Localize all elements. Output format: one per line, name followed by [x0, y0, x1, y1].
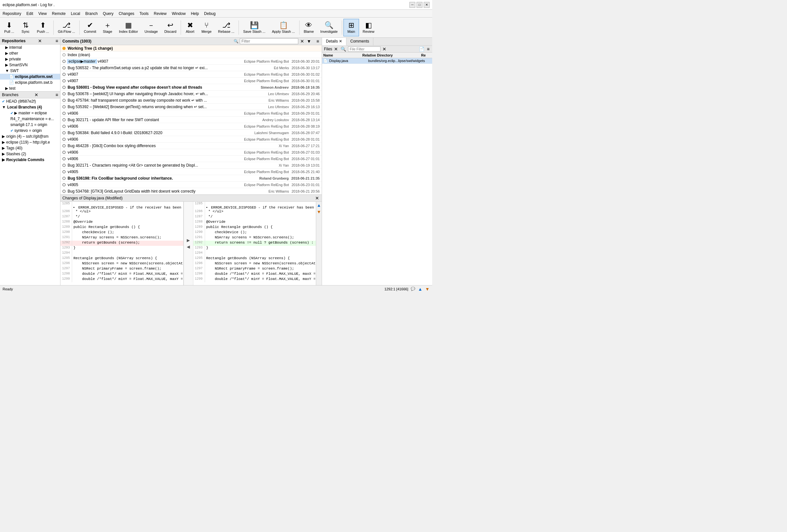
menu-repository[interactable]: Repository: [0, 10, 24, 17]
menu-window[interactable]: Window: [169, 10, 189, 17]
commit-row-16[interactable]: Bug 302171 - Characters requiring <Alt G…: [60, 162, 322, 169]
commit-row-7[interactable]: Bug 535392 – [Webkit2] Browser.getText()…: [60, 104, 322, 110]
eclipse-section[interactable]: ▶ eclipse (119) – http://git.e: [0, 139, 60, 145]
files-close-icon[interactable]: ✕: [333, 46, 339, 52]
repo-smartsvn[interactable]: ▶ SmartSVN: [0, 62, 60, 68]
sync-button[interactable]: ⇅ Sync: [18, 19, 34, 36]
stashes-section[interactable]: ▶ Stashes (2): [0, 151, 60, 157]
menu-debug[interactable]: Debug: [201, 10, 218, 17]
changes-close-icon[interactable]: ✕: [315, 196, 320, 201]
files-search-icon[interactable]: 🔍: [340, 46, 347, 52]
branch-head[interactable]: ✔ HEAD (8f687e2f): [0, 98, 60, 104]
repo-swt[interactable]: ▼ SWT: [0, 68, 60, 74]
repos-close-icon[interactable]: ✕: [38, 38, 42, 44]
close-button[interactable]: ✕: [424, 2, 430, 8]
main-button[interactable]: ⊞ Main: [343, 19, 359, 36]
menu-tools[interactable]: Tools: [137, 10, 151, 17]
unstage-button[interactable]: － Unstage: [142, 19, 161, 36]
branch-r4[interactable]: R4_7_maintenance = e...: [0, 116, 60, 122]
commit-row-2[interactable]: v4907 Eclipse Platform RelEng Bot 2018-0…: [60, 71, 322, 77]
commit-row-index[interactable]: Index (clean): [60, 52, 322, 58]
filter-input[interactable]: [240, 38, 298, 44]
commit-row-20[interactable]: Bug 534768: [GTK3] GridLayout GridData w…: [60, 188, 322, 195]
commit-row-14[interactable]: v4906 Eclipse Platform RelEng Bot 2018-0…: [60, 149, 322, 156]
commit-row-0[interactable]: eclipse▶master v4907 Eclipse Platform Re…: [60, 58, 322, 65]
tags-section[interactable]: ▶ Tags (40): [0, 145, 60, 151]
commit-row-13[interactable]: Bug 464228 - [Gtk3] Combo box styling di…: [60, 142, 322, 149]
origin-section[interactable]: ▶ origin (4) – ssh://git@sm: [0, 133, 60, 139]
repo-other[interactable]: ▶ other: [0, 50, 60, 56]
review-button[interactable]: ◧ Review: [360, 19, 377, 36]
minimize-button[interactable]: ─: [409, 2, 415, 8]
files-menu-icon[interactable]: ≡: [426, 46, 430, 52]
abort-button[interactable]: ✖ Abort: [182, 19, 198, 36]
commit-row-1[interactable]: Bug 536532 - The platformSwt.setup uses …: [60, 65, 322, 71]
repos-menu-icon[interactable]: ≡: [56, 38, 58, 44]
tab-comments[interactable]: Comments: [346, 38, 374, 45]
branch-syntevo[interactable]: ✔ syntevo = origin: [0, 128, 60, 133]
repo-test[interactable]: ▶ test: [0, 85, 60, 91]
filter-clear-icon[interactable]: ✕: [300, 39, 305, 44]
commit-row-17[interactable]: v4905 Eclipse Platform RelEng Bot 2018-0…: [60, 169, 322, 175]
menu-local[interactable]: Local: [68, 10, 83, 17]
commits-list[interactable]: Working Tree (1 change) Index (clean) ec…: [60, 45, 322, 195]
menu-remote[interactable]: Remote: [49, 10, 68, 17]
menu-branch[interactable]: Branch: [83, 10, 100, 17]
file-filter-input[interactable]: [348, 46, 381, 52]
filter-options-icon[interactable]: ▼: [306, 39, 312, 44]
files-filter-clear-icon[interactable]: ✕: [382, 46, 387, 52]
commit-row-6[interactable]: Bug 475784: half transparent composite a…: [60, 97, 322, 104]
repo-eclipse-platform-swt[interactable]: 📄 eclipse.platform.swt: [0, 74, 60, 80]
scroll-down-icon[interactable]: ▼: [317, 209, 320, 215]
gitflow-button[interactable]: ⎇ Git-Flow ...: [55, 19, 78, 36]
index-editor-button[interactable]: ▦ Index Editor: [116, 19, 141, 36]
repo-internal[interactable]: ▶ internal: [0, 44, 60, 50]
commit-row-11[interactable]: Bug 536384: Build failed 4.9.0 I-Build: …: [60, 130, 322, 136]
branch-master[interactable]: ✔ ▶ master = eclipse: [0, 110, 60, 116]
commit-row-15[interactable]: v4906 Eclipse Platform RelEng Bot 2018-0…: [60, 156, 322, 162]
commit-row-4[interactable]: Bug 536001 - Debug View expand after col…: [60, 84, 322, 91]
menu-review[interactable]: Review: [151, 10, 169, 17]
commits-menu-icon[interactable]: ≡: [316, 39, 320, 44]
menu-help[interactable]: Help: [188, 10, 201, 17]
commit-row-8[interactable]: v4906 Eclipse Platform RelEng Bot 2018-0…: [60, 110, 322, 117]
maximize-button[interactable]: □: [417, 2, 422, 8]
diff-arrow-left[interactable]: ◀: [187, 244, 190, 250]
save-stash-button[interactable]: 💾 Save Stash ...: [240, 19, 268, 36]
menu-edit[interactable]: Edit: [24, 10, 36, 17]
commit-row-12[interactable]: v4906 Eclipse Platform RelEng Bot 2018-0…: [60, 136, 322, 142]
rebase-button[interactable]: ⎇ Rebase ...: [215, 19, 237, 36]
commit-button[interactable]: ✔ Commit: [81, 19, 99, 36]
menu-query[interactable]: Query: [100, 10, 116, 17]
status-up-arrow[interactable]: ▲: [418, 286, 422, 292]
diff-left[interactable]: 1285 ERROR_DEVICE_DISPOSED - if the rece…: [60, 202, 184, 285]
scroll-up-icon[interactable]: ▲: [317, 203, 320, 208]
pull-button[interactable]: ⬇ Pull ...: [1, 19, 17, 36]
files-add-icon[interactable]: 📄: [418, 46, 425, 52]
menu-changes[interactable]: Changes: [116, 10, 137, 17]
push-button[interactable]: ⬆ Push ...: [34, 19, 52, 36]
local-branches-section[interactable]: ▼ Local Branches (4): [0, 104, 60, 110]
commit-row-10[interactable]: v4906 Eclipse Platform RelEng Bot 2018-0…: [60, 123, 322, 130]
discard-button[interactable]: ↩ Discard: [162, 19, 179, 36]
branch-smartgit[interactable]: smartgit-17.1 = origin: [0, 122, 60, 128]
branches-menu-icon[interactable]: ≡: [56, 92, 58, 97]
apply-stash-button[interactable]: 📋 Apply Stash ...: [269, 19, 298, 36]
merge-button[interactable]: ⑂ Merge: [198, 19, 214, 36]
status-down-arrow[interactable]: ▼: [425, 286, 430, 292]
file-row-display-java[interactable]: 📄 Display.java bundles/org.eclip...lipse…: [322, 58, 432, 64]
stage-button[interactable]: ＋ Stage: [100, 19, 115, 36]
commit-row-working-tree[interactable]: Working Tree (1 change): [60, 45, 322, 52]
blame-button[interactable]: 👁 Blame: [301, 19, 317, 36]
investigate-button[interactable]: 🔍 Investigate: [317, 19, 341, 36]
commit-row-3[interactable]: v4907 Eclipse Platform RelEng Bot 2018-0…: [60, 77, 322, 84]
branches-close-icon[interactable]: ✕: [35, 92, 38, 97]
repo-eclipse-platform-swt-b[interactable]: 📄 eclipse.platform.swt.b: [0, 80, 60, 85]
commit-row-18[interactable]: Bug 536198: Fix CoolBar background colou…: [60, 175, 322, 181]
commit-row-19[interactable]: v4905 Eclipse Platform RelEng Bot 2018-0…: [60, 181, 322, 188]
commit-row-9[interactable]: Bug 302171 - update API filter for new S…: [60, 117, 322, 123]
diff-right[interactable]: 1285 ERROR_DEVICE_DISPOSED - if the rece…: [193, 202, 316, 285]
commit-row-5[interactable]: Bug 530678 – [webkit2] UI hangs after na…: [60, 91, 322, 97]
tab-details[interactable]: Details ✕: [322, 38, 346, 45]
repo-private[interactable]: ▶ private: [0, 56, 60, 62]
